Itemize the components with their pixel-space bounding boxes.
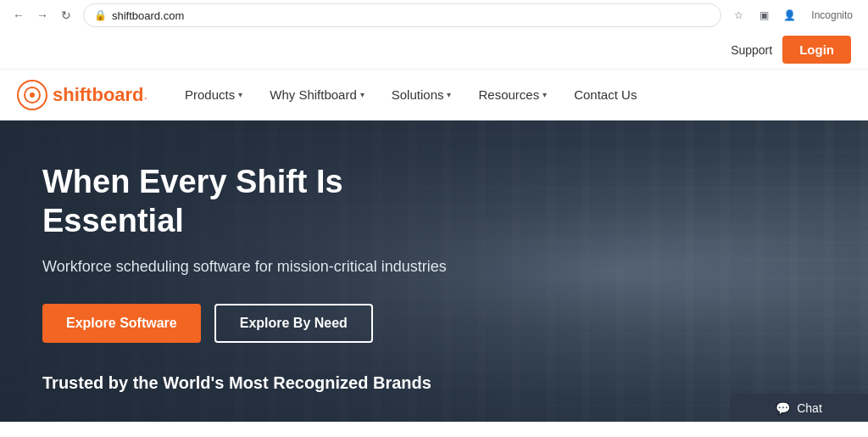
login-button[interactable]: Login bbox=[782, 36, 851, 64]
logo-text: shiftboard bbox=[53, 84, 144, 106]
logo-icon-inner bbox=[24, 87, 41, 104]
chat-widget[interactable]: 💬 Chat bbox=[730, 394, 868, 422]
logo-area[interactable]: shiftboard. bbox=[17, 80, 147, 110]
logo-dot: . bbox=[144, 87, 147, 103]
browser-actions: ☆ ▣ 👤 Incognito bbox=[728, 5, 860, 25]
nav-solutions[interactable]: Solutions ▾ bbox=[380, 81, 464, 109]
address-text: shiftboard.com bbox=[112, 9, 710, 22]
browser-toolbar: ← → ↻ 🔒 shiftboard.com ☆ ▣ 👤 Incognito bbox=[0, 0, 868, 31]
chevron-down-icon: ▾ bbox=[360, 90, 364, 99]
hero-subtitle: Workforce scheduling software for missio… bbox=[42, 255, 449, 278]
lock-icon: 🔒 bbox=[94, 9, 107, 21]
hero-content: When Every Shift Is Essential Workforce … bbox=[0, 120, 492, 422]
chevron-down-icon: ▾ bbox=[542, 90, 547, 99]
trust-text: Trusted by the World's Most Recognized B… bbox=[42, 373, 449, 393]
utility-bar: Support Login bbox=[0, 31, 868, 70]
profile-icon[interactable]: 👤 bbox=[779, 5, 799, 25]
reload-button[interactable]: ↻ bbox=[56, 5, 76, 25]
hero-buttons: Explore Software Explore By Need bbox=[42, 304, 449, 343]
logo-icon bbox=[17, 80, 47, 110]
explore-software-button[interactable]: Explore Software bbox=[42, 304, 201, 343]
bookmark-icon[interactable]: ☆ bbox=[728, 5, 748, 25]
chat-bubble-icon: 💬 bbox=[776, 401, 790, 415]
main-navigation: shiftboard. Products ▾ Why Shiftboard ▾ … bbox=[0, 70, 868, 120]
nav-products[interactable]: Products ▾ bbox=[173, 81, 254, 109]
support-link[interactable]: Support bbox=[731, 43, 772, 57]
browser-nav-buttons: ← → ↻ bbox=[8, 5, 76, 25]
chat-label: Chat bbox=[797, 401, 822, 415]
browser-chrome: ← → ↻ 🔒 shiftboard.com ☆ ▣ 👤 Incognito bbox=[0, 0, 868, 31]
nav-why-shiftboard[interactable]: Why Shiftboard ▾ bbox=[258, 81, 376, 109]
back-button[interactable]: ← bbox=[8, 5, 29, 25]
incognito-label: Incognito bbox=[804, 8, 860, 23]
tab-icon[interactable]: ▣ bbox=[754, 5, 774, 25]
forward-button[interactable]: → bbox=[32, 5, 53, 25]
hero-section: When Every Shift Is Essential Workforce … bbox=[0, 120, 868, 422]
nav-resources[interactable]: Resources ▾ bbox=[466, 81, 559, 109]
nav-contact[interactable]: Contact Us bbox=[562, 81, 648, 109]
nav-items: Products ▾ Why Shiftboard ▾ Solutions ▾ … bbox=[173, 81, 648, 109]
address-bar[interactable]: 🔒 shiftboard.com bbox=[83, 3, 721, 27]
chevron-down-icon: ▾ bbox=[238, 90, 242, 99]
chevron-down-icon: ▾ bbox=[447, 90, 451, 99]
explore-by-need-button[interactable]: Explore By Need bbox=[214, 304, 373, 343]
hero-title: When Every Shift Is Essential bbox=[42, 163, 449, 240]
